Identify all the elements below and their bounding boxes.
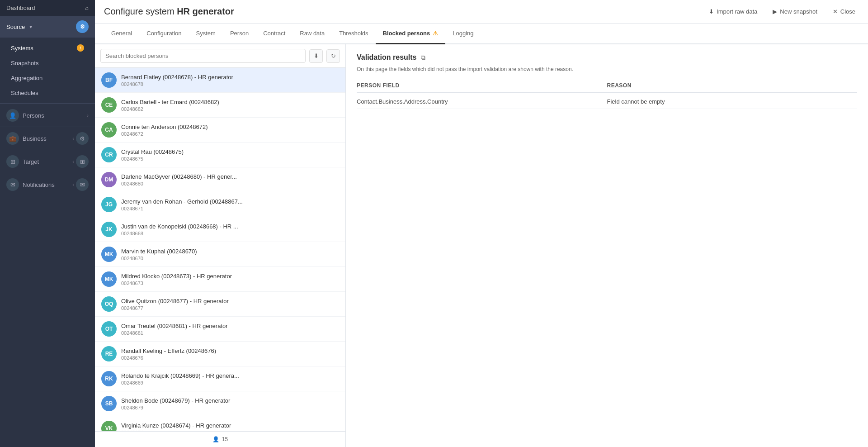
person-count: 15	[222, 436, 228, 442]
tab-raw-data[interactable]: Raw data	[292, 24, 332, 44]
person-name: Sheldon Bode (00248679) - HR generator	[121, 397, 339, 404]
person-id: 00248675	[121, 156, 339, 162]
person-id: 00248682	[121, 106, 339, 112]
avatar: MK	[101, 271, 117, 287]
business-chevron-left-icon: ‹	[72, 136, 74, 141]
list-item[interactable]: RKRolando te Krajcik (00248669) - HR gen…	[95, 366, 345, 391]
home-icon: ⌂	[85, 5, 89, 11]
tab-blocked-persons[interactable]: Blocked persons ⚠	[376, 24, 446, 44]
validation-description: On this page the fields which did not pa…	[357, 65, 857, 73]
import-raw-data-button[interactable]: ⬇ Import raw data	[705, 6, 761, 17]
sidebar-item-aggregation[interactable]: Aggregation	[0, 71, 95, 86]
validation-title: Validation results	[357, 53, 416, 62]
person-id: 00248669	[121, 380, 339, 385]
person-name: Olive Quitzon (00248677) - HR generator	[121, 298, 339, 304]
person-id: 00248670	[121, 256, 339, 261]
source-left: Source ▼	[6, 24, 33, 30]
avatar: VK	[101, 421, 117, 431]
validation-header: Validation results ⧉	[357, 53, 857, 62]
aggregation-label: Aggregation	[11, 75, 42, 81]
list-item[interactable]: CECarlos Bartell - ter Emard (00248682)0…	[95, 93, 345, 118]
sidebar-item-notifications[interactable]: ✉ Notifications ‹ ✉	[0, 173, 95, 196]
validation-field: Contact.Business.Address.Country	[357, 98, 607, 105]
top-bar: Configure system HR generator ⬇ Import r…	[95, 0, 868, 24]
sidebar-item-schedules[interactable]: Schedules	[0, 86, 95, 100]
avatar: MK	[101, 247, 117, 262]
download-icon: ⬇	[314, 52, 319, 59]
tab-logging[interactable]: Logging	[445, 24, 481, 44]
person-name: Marvin te Kuphal (00248670)	[121, 248, 339, 255]
list-item[interactable]: DMDarlene MacGyver (00248680) - HR gener…	[95, 167, 345, 192]
target-settings-icon: ⊞	[76, 155, 89, 168]
list-item[interactable]: VKVirginia Kunze (00248674) - HR generat…	[95, 416, 345, 431]
sidebar-item-source[interactable]: Source ▼ ⚙	[0, 16, 95, 38]
person-id: 00248678	[121, 81, 339, 87]
schedules-label: Schedules	[11, 90, 38, 96]
business-label: Business	[23, 135, 47, 142]
sidebar-item-target[interactable]: ⊞ Target ‹ ⊞	[0, 150, 95, 173]
sidebar-item-business[interactable]: 💼 Business ‹ ⚙	[0, 127, 95, 150]
business-settings-icon: ⚙	[76, 132, 89, 145]
list-item[interactable]: MKMildred Klocko (00248673) - HR generat…	[95, 267, 345, 292]
list-item[interactable]: OQOlive Quitzon (00248677) - HR generato…	[95, 292, 345, 317]
person-id: 00248668	[121, 231, 339, 236]
person-id: 00248679	[121, 405, 339, 410]
avatar: CA	[101, 122, 117, 138]
close-button[interactable]: ✕ Close	[829, 6, 859, 17]
tab-general[interactable]: General	[104, 24, 139, 44]
tab-contract[interactable]: Contract	[256, 24, 292, 44]
notifications-chevron-left-icon: ‹	[72, 182, 74, 187]
avatar: CR	[101, 147, 117, 162]
list-item[interactable]: CRCrystal Rau (00248675)00248675	[95, 143, 345, 167]
refresh-button[interactable]: ↻	[326, 49, 340, 63]
avatar: JG	[101, 197, 117, 212]
sidebar-item-systems[interactable]: Systems !	[0, 40, 95, 56]
col-reason-header: Reason	[607, 82, 858, 89]
systems-warn-badge: !	[77, 44, 84, 52]
list-item[interactable]: SBSheldon Bode (00248679) - HR generator…	[95, 391, 345, 416]
sidebar: Dashboard ⌂ Source ▼ ⚙ Systems ! Snapsho…	[0, 0, 95, 447]
validation-rows: Contact.Business.Address.CountryField ca…	[357, 95, 857, 109]
tab-system[interactable]: System	[189, 24, 223, 44]
tab-configuration[interactable]: Configuration	[139, 24, 189, 44]
source-icon-circle: ⚙	[76, 20, 89, 33]
target-icon: ⊞	[6, 155, 19, 168]
list-item[interactable]: OTOmar Treutel (00248681) - HR generator…	[95, 317, 345, 342]
top-bar-actions: ⬇ Import raw data ▶ New snapshot ✕ Close	[705, 6, 859, 17]
person-name: Crystal Rau (00248675)	[121, 148, 339, 155]
tab-thresholds[interactable]: Thresholds	[332, 24, 375, 44]
search-input[interactable]	[100, 49, 306, 63]
copy-button[interactable]: ⧉	[421, 54, 425, 62]
person-list: BFBernard Flatley (00248678) - HR genera…	[95, 68, 345, 431]
target-chevron-left-icon: ‹	[72, 159, 74, 164]
download-button[interactable]: ⬇	[309, 49, 323, 63]
blocked-persons-warn-icon: ⚠	[433, 30, 438, 37]
target-label: Target	[23, 158, 39, 165]
snapshots-label: Snapshots	[11, 60, 38, 67]
list-item[interactable]: JKJustin van de Konopelski (00248668) - …	[95, 217, 345, 242]
list-item[interactable]: CAConnie ten Anderson (00248672)00248672	[95, 118, 345, 143]
avatar: CE	[101, 97, 117, 113]
tab-person[interactable]: Person	[223, 24, 256, 44]
close-icon: ✕	[833, 8, 838, 15]
sidebar-item-persons[interactable]: 👤 Persons ›	[0, 104, 95, 127]
list-item[interactable]: BFBernard Flatley (00248678) - HR genera…	[95, 68, 345, 93]
avatar: RE	[101, 346, 117, 361]
sidebar-item-dashboard[interactable]: Dashboard ⌂	[0, 0, 95, 16]
list-item[interactable]: RERandall Keeling - Effertz (00248676)00…	[95, 342, 345, 366]
list-item[interactable]: MKMarvin te Kuphal (00248670)00248670	[95, 242, 345, 267]
list-item[interactable]: JGJeremy van den Rohan - Gerhold (002488…	[95, 192, 345, 217]
person-count-icon: 👤	[212, 436, 219, 442]
sidebar-item-snapshots[interactable]: Snapshots	[0, 56, 95, 71]
persons-icon: 👤	[6, 109, 19, 122]
person-name: Bernard Flatley (00248678) - HR generato…	[121, 74, 339, 81]
avatar: SB	[101, 396, 117, 411]
avatar: OQ	[101, 296, 117, 312]
avatar: OT	[101, 321, 117, 337]
person-name: Virginia Kunze (00248674) - HR generator	[121, 422, 339, 429]
person-name: Omar Treutel (00248681) - HR generator	[121, 323, 339, 329]
new-snapshot-button[interactable]: ▶ New snapshot	[769, 6, 821, 17]
validation-table-header: Person Field Reason	[357, 82, 857, 93]
validation-reason: Field cannot be empty	[607, 98, 858, 105]
search-bar: ⬇ ↻	[95, 44, 345, 68]
